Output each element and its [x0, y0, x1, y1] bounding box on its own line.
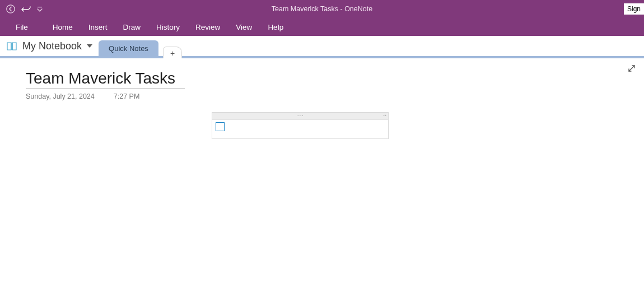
section-tab-label: Quick Notes	[109, 44, 148, 53]
titlebar: Team Maverick Tasks - OneNote Sign	[0, 0, 644, 18]
sign-in-button[interactable]: Sign	[624, 3, 644, 15]
svg-rect-1	[38, 7, 42, 7]
quick-access-toolbar	[0, 3, 44, 15]
notebook-icon	[6, 40, 18, 52]
page-header: Team Maverick Tasks Sunday, July 21, 202…	[26, 70, 185, 100]
menu-file[interactable]: File	[8, 18, 36, 36]
page-time[interactable]: 7:27 PM	[114, 93, 140, 100]
svg-point-0	[7, 5, 15, 13]
menu-home[interactable]: Home	[45, 18, 81, 36]
note-container[interactable]: ···· ↔	[212, 112, 389, 139]
sections-bar: My Notebook Quick Notes +	[0, 36, 644, 58]
menu-history[interactable]: History	[148, 18, 188, 36]
fullscreen-toggle-icon[interactable]	[627, 64, 636, 75]
back-button[interactable]	[4, 3, 17, 15]
add-section-button[interactable]: +	[163, 47, 182, 59]
window-title: Team Maverick Tasks - OneNote	[0, 0, 644, 18]
page-meta: Sunday, July 21, 2024 7:27 PM	[26, 93, 185, 100]
note-body[interactable]	[212, 120, 388, 135]
plus-icon: +	[170, 49, 175, 58]
menu-view[interactable]: View	[228, 18, 260, 36]
resize-handle-icon[interactable]: ↔	[382, 113, 387, 118]
todo-checkbox[interactable]	[216, 122, 225, 131]
page-title[interactable]: Team Maverick Tasks	[26, 70, 185, 89]
page-canvas[interactable]: Team Maverick Tasks Sunday, July 21, 202…	[0, 58, 644, 305]
notebook-chevron-icon	[86, 43, 93, 49]
menu-draw[interactable]: Draw	[115, 18, 149, 36]
menu-review[interactable]: Review	[188, 18, 228, 36]
grip-dots-icon: ····	[297, 114, 304, 118]
note-container-grip[interactable]: ···· ↔	[212, 113, 388, 120]
titlebar-right: Sign	[624, 3, 644, 15]
customize-quick-access-button[interactable]	[36, 3, 44, 15]
menubar: File Home Insert Draw History Review Vie…	[0, 18, 644, 36]
notebook-picker[interactable]: My Notebook	[6, 36, 99, 56]
menu-insert[interactable]: Insert	[81, 18, 115, 36]
undo-button[interactable]	[20, 3, 32, 15]
window-title-text: Team Maverick Tasks - OneNote	[272, 5, 372, 13]
page-date[interactable]: Sunday, July 21, 2024	[26, 93, 95, 100]
menu-help[interactable]: Help	[260, 18, 291, 36]
section-tab-quick-notes[interactable]: Quick Notes	[99, 40, 158, 56]
notebook-name: My Notebook	[22, 40, 82, 52]
